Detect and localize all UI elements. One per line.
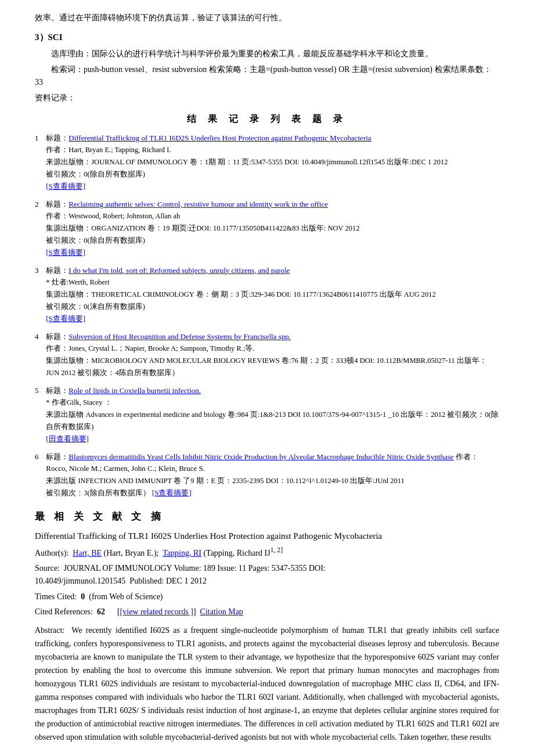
abstract-text: Abstract: We recently identified I602S a… [35, 624, 499, 744]
item-number: 6 [35, 451, 44, 463]
item-title-link[interactable]: I do what I'm told, sort of: Reformed su… [68, 266, 290, 275]
item-authors: 作者：Westwood, Robert; Johnston, Allan ah [46, 212, 180, 220]
author1-link[interactable]: Hart, BE [73, 549, 102, 557]
item-abstract-link[interactable]: [S查看摘要] [46, 182, 85, 190]
author2-link[interactable]: Tapping, RI [163, 549, 201, 557]
times-cited-value: 0 [81, 592, 85, 601]
reason-label: 选库理由： [51, 49, 92, 58]
result-item: 3 标题：I do what I'm told, sort of: Reform… [35, 265, 499, 325]
item-abstract-link[interactable]: [S查看摘要] [46, 314, 85, 323]
view-related-link[interactable]: [view related records ] [120, 607, 193, 616]
abstract-times-cited: Times Cited: 0 (from Web of Science) [35, 591, 499, 603]
abstract-content: We recently identified I602S as a freque… [35, 626, 499, 742]
sci-heading: 3）SCI [35, 30, 499, 44]
item-cited: 被引频次：0(除自所有数据库) [46, 236, 145, 244]
keywords-label: 检索词： [51, 65, 84, 74]
item-source: 集源出版物：MICROBIOLOGY AND MOLECULAR BIOLOGY… [46, 357, 487, 377]
item-abstract-link[interactable]: [田查看摘要] [46, 434, 89, 443]
author1-full: (Hart, Bryan E.); [104, 549, 159, 557]
item-body: 标题：Differential Trafficking of TLR1 I6D2… [46, 132, 499, 193]
item-authors: 作者：Hart, Bryan E.; Tapping, Richard I. [46, 146, 171, 154]
author-sup: 1, 2] [270, 546, 283, 554]
item-cited: 被引频次：3(除自所有数据库） [46, 489, 150, 497]
item-title-link[interactable]: Subversion of Host Recognition and Defen… [68, 332, 291, 341]
item-body: 标题：Subversion of Host Recognition and De… [46, 331, 499, 379]
times-cited-source: (from Web of Science) [89, 592, 163, 601]
item-abstract-link[interactable]: [S查看摘要] [46, 248, 85, 257]
results-list: 1 标题：Differential Trafficking of TLR1 I6… [35, 132, 499, 499]
authors-label: Author(s): [35, 549, 68, 557]
item-cited: 被引频次：0(涞自所有数据库) [46, 303, 145, 311]
item-number: 1 [35, 132, 44, 145]
abstract-authors: Author(s): Hart, BE (Hart, Bryan E.); Ta… [35, 545, 499, 560]
item-title-link[interactable]: Differential Trafficking of TLR1 I6D2S U… [68, 134, 371, 142]
published-date: Published: DEC 1 2012 [129, 577, 207, 585]
item-source: 来源出版 INFECTION AND IMMUNIPT 卷 了9 期：E 页：2… [46, 477, 405, 485]
item-number: 4 [35, 331, 44, 343]
item-title-link[interactable]: Reclaiming authentic selves: Control, re… [68, 200, 328, 208]
result-item: 6 标题：Blastomyces dermatitidis Yeast Cell… [35, 451, 499, 499]
source-text: JOURNAL OF IMMUNOLOGY Volume: 189 Issue:… [64, 564, 326, 573]
item-abstract-link[interactable]: [S查看摘要] [152, 488, 192, 497]
reason-text: 选库理由：国际公认的进行科学统计与科学评价最为重要的检索工具，最能反应基础学科水… [35, 48, 499, 60]
keywords-content: push-button vessel、resist subversion 检索策… [35, 65, 492, 87]
item-body: 标题：Role of lipids in Coxiella burnetii i… [46, 385, 499, 445]
record-label: 资料记录： [35, 92, 499, 105]
item-number: 3 [35, 265, 44, 277]
author2-full: (Tapping, Richard IJ [203, 549, 270, 557]
item-authors: 作者：Jones, Crystal L.；Napier, Brooke A; S… [46, 344, 254, 352]
item-authors: * 灶者:Werth, Robert [46, 278, 109, 286]
cited-refs-value: 62 [97, 607, 105, 616]
item-source: 集源出版物：THEORETICAL CRIMINOLOGY 卷：侧 期：3 页:… [46, 290, 436, 298]
abstract-label: Abstract: [35, 626, 64, 635]
citation-map-link[interactable]: Citation Map [200, 607, 243, 616]
result-item: 2 标题：Reclaiming authentic selves: Contro… [35, 199, 499, 259]
most-relevant-title: 最 相 关 文 献 文 摘 [35, 509, 499, 524]
item-number: 5 [35, 385, 44, 397]
abstract-paper-title: Differential Trafficking of TLR1 I602S U… [35, 529, 499, 543]
item-title-link[interactable]: Blastomyces dermatitidis Yeast Cells Inh… [68, 452, 453, 461]
reason-content: 国际公认的进行科学统计与科学评价最为重要的检索工具，最能反应基础学科水平和论文质… [92, 49, 433, 58]
times-cited-label: Times Cited: [35, 592, 77, 601]
cited-refs-label: Cited References: [35, 607, 93, 616]
item-title-link[interactable]: Role of lipids in Coxiella burnetii infe… [68, 386, 201, 395]
results-section-title: 结 果 记 录 列 表 题 录 [35, 111, 499, 127]
result-item: 4 标题：Subversion of Host Recognition and … [35, 331, 499, 379]
result-item: 1 标题：Differential Trafficking of TLR1 I6… [35, 132, 499, 193]
keywords-text: 检索词：push-button vessel、resist subversion… [35, 63, 499, 89]
doi-value: 10.4049/jimmunol.1201545 [35, 577, 125, 585]
item-body: 标题：Blastomyces dermatitidis Yeast Cells … [46, 451, 499, 499]
item-authors: * 作者Gilk, Stacey ： [46, 398, 111, 406]
item-source: 集源出版物：ORGANIZATION 卷：19 期页:迁DOI: 10.1177… [46, 224, 359, 232]
source-label: Source: [35, 564, 60, 573]
item-number: 2 [35, 199, 44, 211]
item-cited: 被引频次：0(除自所有数据库) [46, 170, 145, 178]
abstract-source: Source: JOURNAL OF IMMUNOLOGY Volume: 18… [35, 562, 499, 588]
item-body: 标题：I do what I'm told, sort of: Reformed… [46, 265, 499, 325]
result-item: 5 标题：Role of lipids in Coxiella burnetii… [35, 385, 499, 445]
intro-line1: 效率。通过在平面障碍物环境下的仿真运算，验证了该算法的可行性。 [35, 12, 499, 24]
item-source: 来源出版物 Advances in experimental medicine … [46, 411, 499, 431]
item-source: 来源出版物：JOURNAL OF IMMUNOLOGY 卷：1期 期：11 页:… [46, 158, 448, 166]
abstract-cited-refs: Cited References: 62 [[view related reco… [35, 606, 499, 618]
item-body: 标题：Reclaiming authentic selves: Control,… [46, 199, 499, 259]
